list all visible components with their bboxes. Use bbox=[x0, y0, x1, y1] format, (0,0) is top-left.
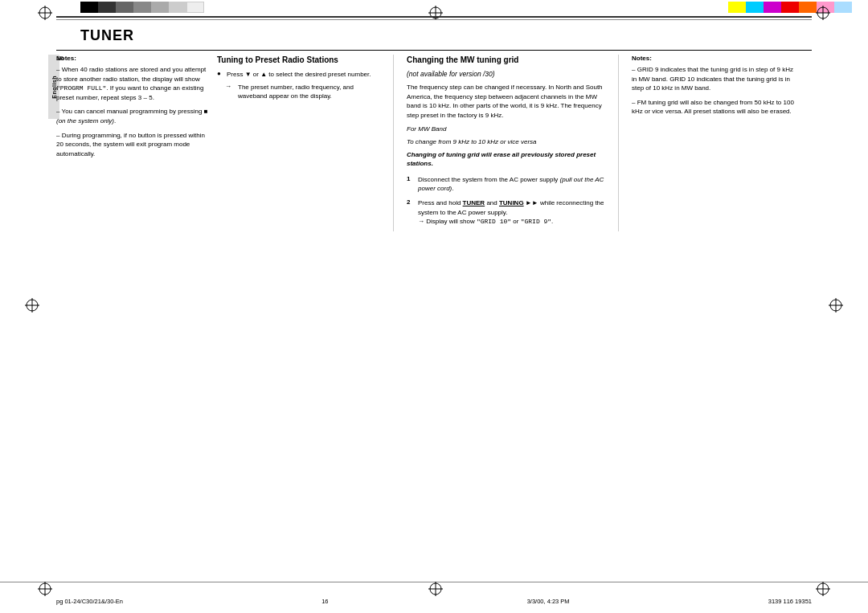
tuning-section-heading: Tuning to Preset Radio Stations bbox=[217, 55, 380, 65]
product-code: 3139 116 19351 bbox=[768, 598, 812, 605]
tuning-section: Tuning to Preset Radio Stations ● Press … bbox=[217, 55, 394, 231]
changing-mw-section: Changing the MW tuning grid (not availab… bbox=[394, 55, 619, 231]
reg-mark-bottom-right bbox=[815, 581, 831, 597]
notes-label-right: Notes: bbox=[632, 55, 796, 62]
step-2-text: Press and hold TUNER and TUNING ►► while… bbox=[418, 198, 605, 227]
note-2: – You can cancel manual programming by p… bbox=[56, 107, 209, 125]
swatch-lighter-gray bbox=[169, 2, 186, 13]
swatch-mid-gray bbox=[116, 2, 133, 13]
changing-mw-body1: The frequency step can be changed if nec… bbox=[407, 83, 605, 120]
reg-mark-right-mid bbox=[828, 297, 844, 313]
color-swatches-right bbox=[728, 2, 852, 13]
tuning-sub-bullet-1: → The preset number, radio frequency, an… bbox=[225, 83, 380, 101]
top-rule-2 bbox=[56, 19, 812, 20]
page-number-top: 16 bbox=[56, 55, 63, 62]
right-notes-column: Notes: – GRID 9 indicates that the tunin… bbox=[619, 55, 796, 231]
warning-text: Changing of tuning grid will erase all p… bbox=[407, 150, 605, 169]
right-note-1: – GRID 9 indicates that the tuning grid … bbox=[632, 65, 796, 93]
tuner-rule bbox=[56, 50, 812, 51]
footer-date: 3/3/00, 4:23 PM bbox=[527, 598, 570, 605]
footer-content: pg 01-24/C30/21&/30-En 16 3/3/00, 4:23 P… bbox=[56, 598, 812, 605]
tuning-bullet-1-text: Press ▼ or ▲ to select the desired prese… bbox=[227, 70, 371, 80]
swatch-gray bbox=[133, 2, 151, 13]
reg-mark-top-right bbox=[815, 5, 831, 21]
top-rule-1 bbox=[56, 16, 812, 18]
reg-mark-bottom-center bbox=[428, 581, 444, 597]
note-1: – When 40 radio stations are stored and … bbox=[56, 65, 209, 102]
note-3: – During programming, if no button is pr… bbox=[56, 131, 209, 159]
step-2: 2 Press and hold TUNER and TUNING ►► whi… bbox=[407, 198, 605, 227]
for-mw-band: For MW Band bbox=[407, 125, 605, 134]
swatch-white bbox=[186, 2, 204, 13]
swatch-magenta bbox=[764, 2, 781, 13]
left-notes-column: Notes: – When 40 radio stations are stor… bbox=[56, 55, 217, 231]
tuning-sub-bullet-1-text: The preset number, radio frequency, and … bbox=[238, 83, 380, 101]
step-1-num: 1 bbox=[407, 175, 415, 194]
reg-mark-top-center bbox=[428, 5, 444, 21]
tuning-bullet-1: ● Press ▼ or ▲ to select the desired pre… bbox=[217, 70, 380, 80]
right-note-2: – FM tuning grid will also be changed fr… bbox=[632, 98, 796, 116]
reg-mark-top-left bbox=[37, 5, 53, 21]
swatch-red bbox=[781, 2, 799, 13]
swatch-orange bbox=[799, 2, 817, 13]
reg-mark-left-mid bbox=[24, 297, 40, 313]
changing-mw-subheading: (not available for version /30) bbox=[407, 70, 605, 78]
step-1-text: Disconnect the system from the AC power … bbox=[418, 175, 605, 194]
swatch-cyan bbox=[746, 2, 764, 13]
page-title: TUNER bbox=[80, 27, 134, 44]
step-2-num: 2 bbox=[407, 198, 415, 227]
swatch-black bbox=[80, 2, 98, 13]
swatch-dark-gray bbox=[98, 2, 116, 13]
changing-mw-heading: Changing the MW tuning grid bbox=[407, 55, 605, 65]
notes-label-left: Notes: bbox=[56, 55, 209, 62]
swatch-light-blue bbox=[834, 2, 852, 13]
step-1: 1 Disconnect the system from the AC powe… bbox=[407, 175, 605, 194]
bullet-symbol: ● bbox=[217, 70, 223, 80]
main-content: Notes: – When 40 radio stations are stor… bbox=[56, 55, 812, 231]
swatch-yellow bbox=[728, 2, 746, 13]
color-swatches-left bbox=[80, 2, 204, 13]
doc-ref: pg 01-24/C30/21&/30-En bbox=[56, 598, 123, 605]
footer-page-num: 16 bbox=[321, 598, 328, 605]
reg-mark-bottom-left bbox=[37, 581, 53, 597]
to-change-text: To change from 9 kHz to 10 kHz or vice v… bbox=[407, 137, 605, 147]
swatch-light-gray bbox=[151, 2, 169, 13]
arrow-symbol: → bbox=[225, 83, 235, 101]
